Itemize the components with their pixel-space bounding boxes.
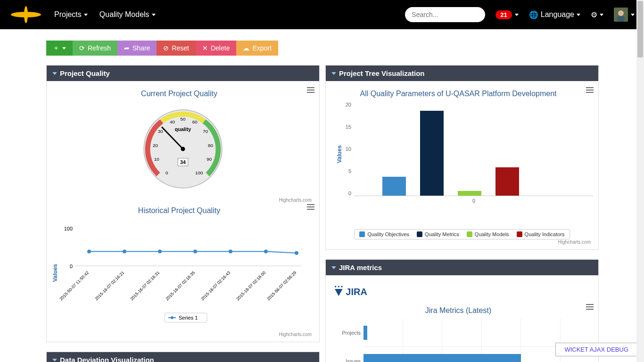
bar-legend: Quality Objectives Quality Metrics Quali… — [354, 229, 570, 239]
svg-point-31 — [264, 250, 268, 254]
chart-credit: Highcharts.com — [330, 239, 594, 245]
panel-header-deviation[interactable]: Data Deviation Visualization — [47, 352, 319, 362]
svg-text:Series 1: Series 1 — [179, 315, 198, 321]
panel-title: Project Tree Visualization — [339, 69, 424, 77]
svg-point-44 — [335, 286, 336, 287]
hbar-label: Issues — [330, 358, 363, 362]
history-line-chart: Values 100 0 — [51, 219, 314, 332]
refresh-label: Refresh — [88, 44, 111, 52]
notification-badge: 21 — [495, 10, 512, 19]
legend-models[interactable]: Quality Models — [467, 231, 509, 237]
panel-deviation: Data Deviation Visualization Deviations … — [46, 352, 320, 362]
bar-title: All Quality Parameters of U-QASAR Platfo… — [330, 90, 586, 98]
hbar-row-issues: Issues — [363, 347, 561, 362]
y-ticks: 20151050 — [340, 102, 351, 196]
bars — [354, 102, 594, 196]
navbar-left: Projects Quality Models — [9, 5, 156, 24]
refresh-icon: ⟳ — [79, 44, 85, 52]
svg-point-45 — [338, 286, 339, 287]
scrollbar-thumb[interactable] — [637, 1, 643, 58]
caret-down-icon — [152, 14, 156, 16]
svg-point-29 — [193, 250, 197, 254]
left-column: Project Quality Current Project Quality — [46, 65, 320, 362]
svg-point-3 — [618, 10, 624, 16]
navbar: Projects Quality Models 21 🌐 Language ⚙ — [0, 0, 644, 29]
export-button[interactable]: ☁ Export — [236, 41, 278, 56]
share-button[interactable]: ➦ Share — [117, 41, 157, 56]
svg-text:2015-16-07 02:16:21: 2015-16-07 02:16:21 — [94, 270, 125, 301]
svg-text:2015-18-07 02:18:00: 2015-18-07 02:18:00 — [235, 270, 266, 301]
settings-dropdown[interactable]: ⚙ — [591, 10, 603, 19]
chart-menu-icon[interactable] — [307, 86, 314, 94]
chart-menu-icon[interactable] — [586, 303, 594, 311]
chart-menu-icon[interactable] — [586, 86, 594, 94]
search-input[interactable] — [405, 7, 485, 22]
bar-metrics — [420, 111, 444, 196]
language-dropdown[interactable]: 🌐 Language — [529, 10, 580, 19]
svg-text:2015-16-07 02:16:35: 2015-16-07 02:16:35 — [165, 270, 196, 301]
svg-point-32 — [295, 251, 298, 255]
legend-metrics[interactable]: Quality Metrics — [417, 231, 459, 237]
export-icon: ☁ — [243, 44, 249, 52]
share-icon: ➦ — [124, 44, 130, 52]
svg-point-26 — [87, 250, 91, 254]
collapse-icon — [331, 72, 336, 75]
export-label: Export — [252, 44, 271, 52]
share-label: Share — [132, 44, 150, 52]
plus-icon: ＋ — [53, 44, 59, 52]
panel-project-quality: Project Quality Current Project Quality — [46, 65, 320, 342]
panel-header-tree[interactable]: Project Tree Visualization — [326, 66, 598, 81]
nav-quality-models[interactable]: Quality Models — [99, 10, 156, 19]
svg-text:JIRA: JIRA — [346, 287, 367, 297]
nav-quality-models-label: Quality Models — [99, 10, 149, 19]
svg-text:Values: Values — [52, 264, 58, 282]
svg-text:40: 40 — [170, 119, 175, 124]
scrollbar[interactable] — [636, 0, 644, 362]
svg-text:20: 20 — [153, 143, 158, 148]
gauge-header: Current Project Quality — [51, 86, 314, 102]
bar-indicators — [495, 167, 519, 196]
svg-text:30: 30 — [158, 129, 163, 134]
chart-credit: Highcharts.com — [51, 197, 314, 203]
caret-down-icon — [84, 14, 88, 16]
add-button[interactable]: ＋ — [46, 41, 73, 56]
collapse-icon — [52, 359, 57, 362]
user-dropdown[interactable] — [614, 8, 635, 22]
svg-text:100: 100 — [64, 226, 73, 231]
wicket-debug-link[interactable]: WICKET AJAX DEBUG — [555, 343, 637, 356]
svg-text:2015-16-07 02:16:43: 2015-16-07 02:16:43 — [200, 270, 231, 301]
panel-header-project-quality[interactable]: Project Quality — [47, 66, 319, 81]
x-tick: 0 — [354, 198, 594, 204]
svg-text:0: 0 — [165, 170, 168, 175]
nav-projects-label: Projects — [54, 10, 82, 19]
svg-text:2015-56-07 02:56:29: 2015-56-07 02:56:29 — [266, 270, 297, 301]
chart-menu-icon[interactable] — [307, 203, 314, 211]
svg-text:70: 70 — [203, 129, 208, 134]
notifications-dropdown[interactable]: 21 — [495, 10, 518, 19]
reset-button[interactable]: ⊘ Reset — [157, 41, 196, 56]
delete-button[interactable]: ✕ Delete — [196, 41, 236, 56]
bar-models — [458, 191, 481, 196]
main-container: ＋ ⟳ Refresh ➦ Share ⊘ Reset ✕ Delete ☁ E… — [46, 29, 598, 362]
refresh-button[interactable]: ⟳ Refresh — [73, 41, 117, 56]
navbar-right: 21 🌐 Language ⚙ — [405, 7, 635, 22]
legend-objectives[interactable]: Quality Objectives — [359, 231, 409, 237]
panel-body: Current Project Quality — [47, 81, 319, 342]
nav-projects[interactable]: Projects — [54, 10, 88, 19]
svg-point-30 — [229, 250, 232, 254]
action-toolbar: ＋ ⟳ Refresh ➦ Share ⊘ Reset ✕ Delete ☁ E… — [46, 41, 598, 56]
svg-text:90: 90 — [206, 156, 212, 162]
svg-point-28 — [158, 250, 162, 254]
svg-text:0: 0 — [70, 263, 73, 269]
delete-label: Delete — [211, 44, 230, 52]
avatar — [614, 8, 628, 22]
jira-chart-title: Jira Metrics (Latest) — [330, 306, 586, 315]
brand-logo[interactable] — [9, 5, 42, 24]
history-title: Historical Project Quality — [51, 206, 307, 215]
legend-indicators[interactable]: Quality Indicators — [517, 231, 565, 237]
svg-text:60: 60 — [192, 119, 198, 124]
dashboard-row: Project Quality Current Project Quality — [46, 65, 598, 362]
jira-logo: JIRA — [330, 280, 594, 303]
svg-rect-4 — [617, 16, 625, 22]
panel-header-jira[interactable]: JIRA metrics — [326, 260, 598, 275]
